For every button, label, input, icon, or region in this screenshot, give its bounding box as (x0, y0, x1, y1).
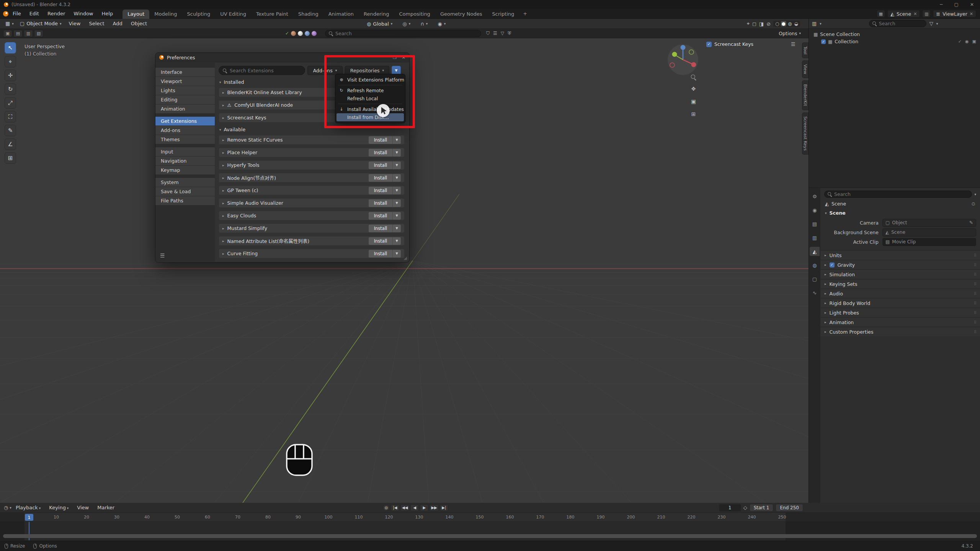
viewport-search-box[interactable] (325, 30, 481, 37)
matcap-clay-icon[interactable] (291, 31, 296, 36)
expand-arrow-icon[interactable]: ▸ (825, 272, 826, 276)
timeline-editor-icon[interactable]: ◷ (4, 505, 8, 510)
viewport-menu-object[interactable]: Object (127, 21, 151, 26)
options-dropdown[interactable]: Options ▾ (779, 31, 801, 36)
editor-type-dropdown[interactable]: ▦▾ (2, 21, 17, 26)
material-shading-icon[interactable]: ◍ (787, 21, 792, 26)
install-button[interactable]: Install (369, 161, 392, 169)
editor-mode-icon-3[interactable]: ▥ (24, 30, 33, 37)
auto-keying-icon[interactable]: ◎ (383, 504, 390, 511)
preferences-section-get-extensions[interactable]: Get Extensions (155, 117, 215, 126)
preferences-section-interface[interactable]: Interface (155, 68, 215, 77)
scene-section-header[interactable]: ▾ Scene (820, 208, 980, 218)
jump-to-prev-keyframe-button[interactable]: ◀◀ (400, 504, 409, 511)
properties-search-input[interactable] (834, 191, 969, 197)
install-options-chevron-icon[interactable]: ▼ (392, 212, 401, 220)
property-field-camera[interactable]: ▢Object✎ (882, 219, 976, 227)
expand-arrow-icon[interactable]: ▸ (825, 330, 826, 334)
expand-arrow-icon[interactable]: ▸ (222, 103, 224, 107)
install-button[interactable]: Install (369, 212, 392, 220)
remove-view-layer-icon[interactable]: ✕ (970, 11, 973, 16)
available-extension-row-remove-static-fcurves[interactable]: ▸Remove Static FCurvesInstall▼ (219, 135, 405, 145)
expand-arrow-icon[interactable]: ▸ (222, 189, 224, 192)
expand-arrow-icon[interactable]: ▸ (825, 311, 826, 315)
add-cube-tool-icon[interactable]: ⊞ (5, 152, 16, 164)
jump-to-end-button[interactable]: ▶| (440, 504, 448, 511)
expand-arrow-icon[interactable]: ▸ (222, 201, 224, 205)
install-button[interactable]: Install (369, 237, 392, 245)
expand-arrow-icon[interactable]: ▸ (222, 91, 224, 95)
zoom-icon[interactable] (691, 75, 696, 80)
panel-audio[interactable]: ▸Audio⠿ (820, 289, 980, 298)
frame-end-field[interactable]: End 250 (776, 504, 803, 512)
matcap-purple-icon[interactable] (312, 31, 317, 36)
install-button[interactable]: Install (369, 250, 392, 258)
extensions-search-box[interactable] (219, 66, 305, 75)
selectability-icon[interactable]: ⌖ (747, 21, 750, 27)
hide-in-viewport-icon[interactable]: ◉ (965, 39, 969, 44)
pin-icon[interactable]: ⊙ (972, 201, 975, 207)
available-extension-row-simple-audio-visualizer[interactable]: ▸Simple Audio VisualizerInstall▼ (219, 198, 405, 208)
panel-units[interactable]: ▸Units⠿ (820, 250, 980, 260)
install-button[interactable]: Install (369, 136, 392, 144)
resize-grip-icon[interactable]: ◢ (404, 256, 407, 261)
install-button[interactable]: Install (369, 174, 392, 182)
scene-selector[interactable]: ◭ Scene ✕ (887, 10, 920, 18)
move-tool-icon[interactable]: ✛ (5, 70, 16, 81)
install-button[interactable]: Install (369, 149, 392, 156)
preferences-menu-icon[interactable]: ☰ (160, 253, 165, 259)
workspace-tab-layout[interactable]: Layout (122, 10, 149, 19)
maximize-icon[interactable]: ▢ (954, 2, 959, 7)
preferences-section-themes[interactable]: Themes (155, 135, 215, 144)
selectable-toggle-icon[interactable]: ✓ (958, 39, 962, 44)
world-properties-tab-icon[interactable]: ◍ (810, 261, 820, 270)
workspace-tab-geometry-nodes[interactable]: Geometry Nodes (435, 10, 487, 19)
timeline-ruler[interactable]: 1020304050607080901001101201301401501601… (0, 513, 980, 522)
play-button[interactable]: ▶ (420, 504, 428, 511)
viewport-search-input[interactable] (335, 31, 477, 36)
disable-in-render-icon[interactable]: ▣ (972, 39, 976, 44)
proportional-editing-dropdown[interactable]: ◉▾ (434, 21, 449, 27)
pan-hand-icon[interactable]: ✥ (691, 86, 696, 92)
outliner-row-collection[interactable]: ✓▦Collection✓◉▣ (809, 38, 980, 45)
tweak-select-tool-icon[interactable]: ↖ (5, 42, 16, 54)
expand-arrow-icon[interactable]: ▸ (825, 253, 826, 257)
rotate-tool-icon[interactable]: ↻ (5, 83, 16, 95)
outliner-editor-icon[interactable]: ▥ (812, 21, 817, 26)
output-properties-tab-icon[interactable]: ▤ (810, 219, 820, 228)
expand-arrow-icon[interactable]: ▸ (825, 263, 826, 267)
scene-properties-tab-icon[interactable]: ◭ (810, 247, 820, 256)
workspace-tab-modeling[interactable]: Modeling (149, 10, 182, 19)
install-options-chevron-icon[interactable]: ▼ (392, 161, 401, 169)
bookmark-icon[interactable]: ⛉ (486, 31, 490, 36)
preferences-section-navigation[interactable]: Navigation (155, 156, 215, 165)
properties-search-box[interactable] (824, 191, 972, 198)
xray-toggle-icon[interactable]: ⊘ (766, 21, 771, 27)
editor-mode-icon-4[interactable]: ▧ (34, 30, 43, 37)
gravity-checkbox-icon[interactable]: ✓ (830, 262, 835, 267)
outliner-search-box[interactable] (869, 20, 926, 27)
sidebar-tab-view[interactable]: View (802, 60, 808, 78)
timeline-menu-playback[interactable]: Playback ▾ (11, 505, 45, 510)
timeline-menu-marker[interactable]: Marker (93, 505, 119, 510)
expand-arrow-icon[interactable]: ▸ (222, 151, 224, 155)
install-options-chevron-icon[interactable]: ▼ (392, 187, 401, 194)
expand-arrow-icon[interactable]: ▸ (222, 239, 224, 243)
unlink-scene-icon[interactable]: ✕ (913, 11, 917, 16)
render-properties-tab-icon[interactable]: ◉ (810, 205, 820, 215)
property-field-active-clip[interactable]: ▤Movie Clip (882, 238, 976, 246)
snap-dropdown[interactable]: ∩▾ (417, 21, 431, 27)
filter-icon[interactable]: ▽ (929, 21, 933, 26)
wireframe-shading-icon[interactable]: ○ (774, 21, 780, 26)
available-extension-row-node-align[interactable]: ▸Node Align(节点对齐)Install▼ (219, 173, 405, 183)
workspace-tab-rendering[interactable]: Rendering (359, 10, 394, 19)
install-options-chevron-icon[interactable]: ▼ (392, 237, 401, 245)
preferences-section-save-load[interactable]: Save & Load (155, 187, 215, 196)
install-options-chevron-icon[interactable]: ▼ (392, 250, 401, 258)
annotate-tool-icon[interactable]: ✎ (5, 125, 16, 136)
menu-window[interactable]: Window (69, 11, 97, 16)
add-workspace-button[interactable]: + (519, 11, 531, 16)
sidebar-tab-screencast-keys[interactable]: Screencast Keys (802, 112, 808, 155)
solid-shading-icon[interactable]: ● (781, 21, 786, 26)
current-frame-field[interactable]: 1 (719, 504, 741, 512)
